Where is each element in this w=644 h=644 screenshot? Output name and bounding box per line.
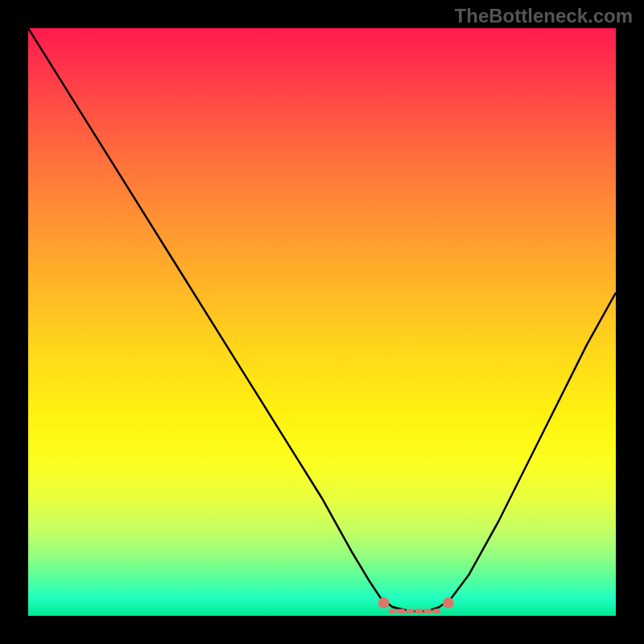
optimal-marker-dot bbox=[443, 597, 454, 609]
curve-svg bbox=[28, 28, 616, 616]
watermark-text: TheBottleneck.com bbox=[455, 5, 633, 27]
optimal-dash bbox=[389, 609, 397, 613]
optimal-dash bbox=[398, 609, 406, 613]
bottleneck-curve-path bbox=[28, 28, 616, 611]
optimal-dash bbox=[415, 609, 423, 613]
plot-area bbox=[28, 28, 616, 616]
optimal-marker-dot bbox=[378, 597, 390, 609]
optimal-dash bbox=[423, 609, 431, 613]
optimal-dash bbox=[407, 609, 415, 613]
optimal-dash bbox=[432, 609, 440, 613]
